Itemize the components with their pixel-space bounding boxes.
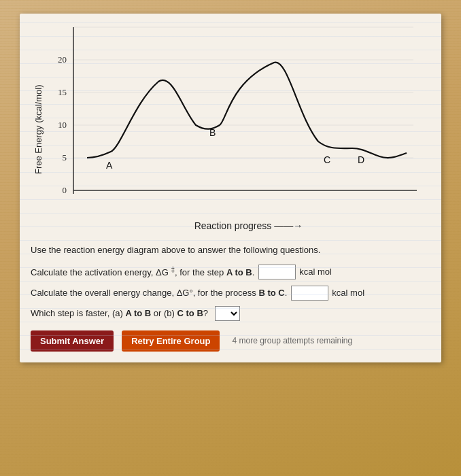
question-row-1: Calculate the activation energy, ΔG ‡, f… <box>31 265 430 280</box>
page-wrapper: Free Energy (kcal/mol) <box>0 0 461 476</box>
question-row-3: Which step is faster, (a) A to B or (b) … <box>31 306 430 321</box>
q1-unit: kcal mol <box>299 265 332 279</box>
instruction-text: Use the reaction energy diagram above to… <box>31 243 430 258</box>
chart-svg: 0 5 10 15 20 A B C <box>46 20 430 220</box>
q3-text: Which step is faster, (a) A to B or (b) … <box>31 307 208 321</box>
svg-text:B: B <box>209 127 216 138</box>
y-axis-label: Free Energy (kcal/mol) <box>31 20 44 238</box>
chart-container: Free Energy (kcal/mol) <box>31 20 430 238</box>
x-axis-arrow: ——→ <box>274 220 303 231</box>
question-row-2: Calculate the overall energy change, ΔG°… <box>31 286 430 301</box>
buttons-row: Submit Answer Retry Entire Group 4 more … <box>31 330 430 352</box>
q2-unit: kcal mol <box>332 286 364 301</box>
svg-text:C: C <box>324 154 330 165</box>
q3-dropdown[interactable]: (a) (b) <box>215 306 240 321</box>
q2-text: Calculate the overall energy change, ΔG°… <box>31 286 287 301</box>
retry-button[interactable]: Retry Entire Group <box>122 330 220 352</box>
svg-text:10: 10 <box>58 120 67 130</box>
content-area: Free Energy (kcal/mol) <box>20 14 441 362</box>
svg-text:20: 20 <box>58 54 67 65</box>
svg-text:5: 5 <box>63 152 67 163</box>
submit-button[interactable]: Submit Answer <box>31 330 114 352</box>
questions-section: Use the reaction energy diagram above to… <box>31 243 430 352</box>
q2-input[interactable] <box>291 286 328 301</box>
chart-area: 0 5 10 15 20 A B C <box>46 20 430 238</box>
q1-input[interactable] <box>258 265 296 279</box>
attempts-text: 4 more group attempts remaining <box>232 335 352 347</box>
x-axis-label: Reaction progress ——→ <box>67 220 430 231</box>
svg-text:0: 0 <box>63 185 67 195</box>
svg-text:D: D <box>358 154 364 165</box>
svg-text:15: 15 <box>58 87 67 97</box>
q1-text-before: Calculate the activation energy, ΔG ‡, f… <box>31 265 254 280</box>
svg-text:A: A <box>106 160 113 171</box>
